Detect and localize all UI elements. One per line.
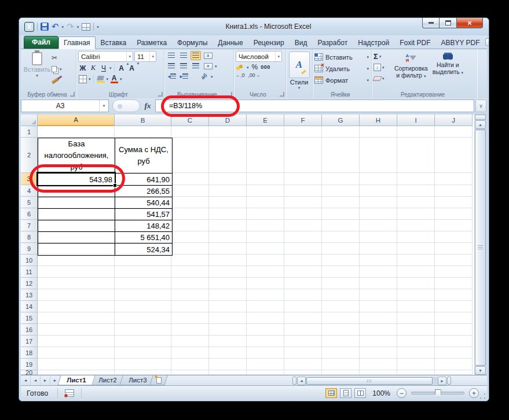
fill-color-dropdown-icon[interactable]: ▾: [107, 77, 109, 81]
cell-A15[interactable]: [38, 312, 115, 324]
cell-G12[interactable]: [322, 278, 360, 289]
previous-sheet-button[interactable]: ◄: [31, 375, 41, 385]
cell-A8[interactable]: [38, 232, 115, 243]
cell-B10[interactable]: [115, 255, 171, 266]
cell-E17[interactable]: [247, 336, 284, 347]
column-header-I[interactable]: I: [397, 115, 435, 126]
row-header-10[interactable]: 10: [21, 255, 38, 266]
cell-B6[interactable]: 541,57: [115, 209, 172, 220]
cell-F19[interactable]: [284, 359, 322, 370]
cell-E10[interactable]: [247, 255, 284, 266]
cell-A1[interactable]: [38, 126, 115, 138]
cell-F11[interactable]: [284, 266, 322, 278]
cell-E15[interactable]: [247, 312, 284, 324]
cell-E11[interactable]: [247, 266, 284, 278]
cell-H7[interactable]: [360, 220, 397, 231]
cell-E13[interactable]: [247, 289, 284, 301]
cell-I15[interactable]: [397, 312, 435, 324]
row-header-20[interactable]: 20: [21, 370, 38, 375]
cell-H3[interactable]: [360, 173, 397, 185]
increase-indent-button[interactable]: ►: [178, 72, 189, 81]
cell-D20[interactable]: [209, 370, 247, 375]
cell-G16[interactable]: [322, 324, 360, 336]
cell-J12[interactable]: [435, 278, 473, 289]
cell-J10[interactable]: [435, 255, 473, 266]
cell-I14[interactable]: [397, 301, 435, 312]
cell-J20[interactable]: [435, 370, 473, 375]
align-top-button[interactable]: [166, 51, 177, 60]
sheet-tab-Лист1[interactable]: Лист1: [57, 375, 95, 385]
cell-F13[interactable]: [284, 289, 322, 301]
row-header-7[interactable]: 7: [21, 220, 38, 231]
autosum-button[interactable]: Σ▾: [373, 51, 391, 61]
cell-H13[interactable]: [360, 289, 397, 301]
cell-H9[interactable]: [360, 243, 397, 255]
cell-I2[interactable]: [397, 138, 435, 173]
cell-H19[interactable]: [360, 359, 397, 370]
cell-C20[interactable]: [171, 370, 209, 375]
row-header-11[interactable]: 11: [21, 266, 38, 278]
cell-F14[interactable]: [284, 301, 322, 312]
qat-customize-icon[interactable]: ▾: [97, 25, 99, 29]
tab-Вид[interactable]: Вид: [290, 36, 313, 49]
cell-H5[interactable]: [360, 197, 397, 208]
cell-I19[interactable]: [397, 359, 435, 370]
insert-cells-button[interactable]: Вставить ▾: [314, 52, 369, 62]
cell-I4[interactable]: [397, 185, 435, 197]
increase-decimal-button[interactable]: ←,0: [236, 72, 245, 78]
align-right-button[interactable]: [191, 61, 201, 71]
cell-J8[interactable]: [435, 231, 473, 243]
cell-B4[interactable]: 266,55: [115, 186, 172, 197]
cell-H6[interactable]: [360, 208, 397, 220]
cell-G18[interactable]: [322, 347, 360, 359]
cell-B15[interactable]: [115, 312, 171, 324]
cell-G20[interactable]: [322, 370, 360, 375]
cell-I13[interactable]: [397, 289, 435, 301]
cell-G4[interactable]: [322, 185, 360, 197]
cell-G10[interactable]: [322, 255, 360, 266]
cell-B19[interactable]: [115, 359, 171, 370]
cell-B17[interactable]: [115, 336, 171, 347]
row-header-15[interactable]: 15: [21, 312, 38, 324]
cell-G2[interactable]: [322, 138, 360, 173]
chevron-down-icon[interactable]: ▾: [275, 51, 281, 61]
cell-H10[interactable]: [360, 255, 397, 266]
align-left-button[interactable]: [166, 61, 177, 71]
tab-Файл[interactable]: Файл: [24, 36, 58, 49]
copy-button[interactable]: ▾: [50, 64, 63, 74]
scroll-down-button[interactable]: ▼: [475, 366, 486, 375]
cell-G14[interactable]: [322, 301, 360, 312]
styles-dropdown-icon[interactable]: ▾: [298, 86, 301, 90]
tab-Надстрой[interactable]: Надстрой: [353, 36, 394, 49]
cell-D16[interactable]: [209, 324, 247, 336]
cell-A19[interactable]: [38, 359, 115, 370]
format-painter-button[interactable]: [50, 76, 63, 86]
comma-style-button[interactable]: 000: [261, 64, 270, 70]
cell-I7[interactable]: [397, 220, 435, 231]
first-sheet-button[interactable]: ◄: [21, 375, 31, 385]
cell-C16[interactable]: [171, 324, 209, 336]
cell-A5[interactable]: [38, 197, 115, 208]
cell-E20[interactable]: [247, 370, 284, 375]
chevron-down-icon[interactable]: ▾: [126, 51, 133, 61]
cell-I12[interactable]: [397, 278, 435, 289]
row-header-16[interactable]: 16: [21, 324, 38, 336]
cell-C1[interactable]: [171, 126, 209, 138]
tab-ABBYY PDF[interactable]: ABBYY PDF: [435, 36, 485, 49]
borders-dropdown-icon[interactable]: ▾: [89, 77, 91, 81]
name-box-dropdown-icon[interactable]: ▾: [99, 100, 108, 112]
fill-button[interactable]: ↓▾: [373, 62, 391, 72]
cell-A6[interactable]: [38, 209, 115, 220]
column-header-J[interactable]: J: [435, 115, 473, 126]
cell-I5[interactable]: [397, 197, 435, 208]
sort-filter-button[interactable]: АЯ Сортировка и фильтр ▾: [393, 51, 429, 90]
scroll-up-button[interactable]: ▲: [475, 120, 486, 129]
column-header-E[interactable]: E: [247, 115, 284, 126]
cell-I11[interactable]: [397, 266, 435, 278]
cell-F5[interactable]: [284, 197, 322, 208]
cell-C10[interactable]: [171, 255, 209, 266]
macro-record-icon[interactable]: [65, 389, 74, 397]
cell-E19[interactable]: [247, 359, 284, 370]
align-bottom-button[interactable]: [191, 51, 201, 60]
cell-H8[interactable]: [360, 231, 397, 243]
